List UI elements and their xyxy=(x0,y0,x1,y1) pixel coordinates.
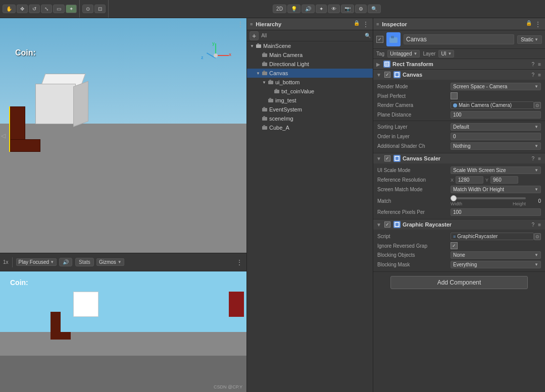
match-slider-track[interactable] xyxy=(451,197,526,199)
match-slider-thumb[interactable] xyxy=(451,195,457,201)
object-name-input[interactable] xyxy=(404,34,514,44)
graphic-raycaster-body: Script ≡ GraphicRaycaster ⊙ Ignore Rever… xyxy=(373,230,545,271)
hand-tool[interactable]: ✋ xyxy=(3,5,16,13)
pixel-perfect-checkbox[interactable] xyxy=(451,92,458,99)
tag-dropdown[interactable]: Untagged ▼ xyxy=(387,50,420,58)
render-mode-arrow: ▼ xyxy=(534,84,538,89)
graphic-raycaster-header[interactable]: ▼ Graphic Raycaster ? ≡ xyxy=(373,219,545,230)
scaler-enabled-checkbox[interactable] xyxy=(384,155,390,161)
blocking-objects-dropdown[interactable]: None ▼ xyxy=(451,251,541,259)
ref-res-y-input[interactable] xyxy=(490,176,518,184)
render-mode-label: Render Mode xyxy=(377,84,451,89)
tree-item-txt-coinvalue[interactable]: txt_coinValue xyxy=(247,87,373,96)
search-toggle[interactable]: 🔍 xyxy=(368,5,381,13)
x-label: X xyxy=(451,178,454,183)
rect-transform-header[interactable]: ▶ Rect Transform ? ≡ xyxy=(373,59,545,69)
sorting-layer-dropdown[interactable]: Default ▼ xyxy=(451,123,541,131)
tree-icon-canvas xyxy=(261,70,268,77)
screen-match-mode-dropdown[interactable]: Match Width Or Height ▼ xyxy=(451,186,541,193)
pivot-toggle[interactable]: ⊙ xyxy=(82,5,93,13)
tree-item-eventsystem[interactable]: EventSystem xyxy=(247,105,373,114)
layer-dropdown[interactable]: UI ▼ xyxy=(438,50,454,58)
static-label: Static xyxy=(521,37,533,42)
additional-shader-dropdown[interactable]: Nothing ▼ xyxy=(451,142,541,150)
object-enabled-checkbox[interactable]: ✓ xyxy=(376,36,383,43)
static-dropdown[interactable]: Static ▼ xyxy=(517,35,542,44)
gizmos-toggle[interactable]: ⚙ xyxy=(355,5,367,13)
play-focused-dropdown[interactable]: Play Focused ▼ xyxy=(16,258,57,266)
rect-settings-button[interactable]: ≡ xyxy=(537,62,542,67)
tree-label-ui-bottom: ui_bottom xyxy=(275,79,300,85)
bottom-bar-more[interactable]: ⋮ xyxy=(235,258,243,266)
stats-button[interactable]: Stats xyxy=(75,258,94,266)
hierarchy-lock-icon[interactable]: 🔒 xyxy=(354,20,360,26)
ignore-reversed-checkbox[interactable] xyxy=(451,242,458,249)
scene-canvas[interactable]: Coin: x y z xyxy=(0,18,246,253)
plane-distance-input[interactable] xyxy=(451,111,541,119)
tag-value: Untagged xyxy=(390,51,412,57)
match-value: 0 xyxy=(526,198,541,204)
render-camera-link[interactable]: ⊙ xyxy=(534,102,541,109)
svg-rect-18 xyxy=(262,126,267,130)
rect-help-button[interactable]: ? xyxy=(531,62,536,67)
tree-item-cube-a[interactable]: Cube_A xyxy=(247,123,373,132)
order-in-layer-row: Order in Layer xyxy=(373,132,545,141)
2d-toggle[interactable]: 2D xyxy=(273,5,286,13)
render-mode-dropdown[interactable]: Screen Space - Camera ▼ xyxy=(451,83,541,90)
light-toggle[interactable]: 💡 xyxy=(287,5,301,13)
scale-tool[interactable]: ⤡ xyxy=(41,5,52,13)
canvas-enabled-checkbox[interactable] xyxy=(384,72,390,78)
hidden-toggle[interactable]: 👁 xyxy=(328,5,340,13)
all-label: All xyxy=(261,33,267,38)
hierarchy-more-button[interactable]: ⋮ xyxy=(362,20,370,28)
effects-toggle[interactable]: ✦ xyxy=(316,5,327,13)
hierarchy-add-button[interactable]: + xyxy=(250,31,259,40)
tree-item-canvas[interactable]: ▼ Canvas xyxy=(247,69,373,78)
move-tool[interactable]: ✥ xyxy=(17,5,28,13)
audio-mute-button[interactable]: 🔊 xyxy=(59,258,72,266)
scene-left-arrow[interactable]: ◁ xyxy=(0,131,7,140)
blocking-mask-row: Blocking Mask Everything ▼ xyxy=(373,260,545,269)
multi-tool[interactable]: ✦ xyxy=(66,5,77,13)
local-toggle[interactable]: ⊡ xyxy=(94,5,106,13)
tree-item-mainscene[interactable]: ▼ MainScene xyxy=(247,41,373,50)
reference-pixels-input[interactable] xyxy=(451,208,541,216)
tree-item-img-test[interactable]: img_test xyxy=(247,96,373,105)
gizmos-dropdown[interactable]: Gizmos ▼ xyxy=(96,258,124,266)
screen-match-mode-value: Match Width Or Height xyxy=(453,187,504,192)
object-header: ✓ Static ▼ xyxy=(373,30,545,49)
script-field: ≡ GraphicRaycaster xyxy=(451,233,534,240)
tree-item-directionallight[interactable]: Directional Light xyxy=(247,60,373,69)
tree-label-sceneimg: sceneImg xyxy=(269,116,293,122)
canvas-section: ▼ Canvas ? ≡ Render Mode Scree xyxy=(373,70,545,153)
ref-res-x-input[interactable] xyxy=(456,176,483,184)
tree-item-maincamera[interactable]: Main Camera xyxy=(247,50,373,60)
blocking-mask-dropdown[interactable]: Everything ▼ xyxy=(451,261,541,268)
canvas-help-button[interactable]: ? xyxy=(531,72,536,78)
svg-rect-13 xyxy=(269,98,271,99)
audio-toggle[interactable]: 🔊 xyxy=(302,5,315,13)
raycaster-help-button[interactable]: ? xyxy=(531,222,536,228)
gizmo-z-label: z xyxy=(201,55,204,60)
ui-scale-mode-dropdown[interactable]: Scale With Screen Size ▼ xyxy=(451,166,541,174)
raycaster-enabled-checkbox[interactable] xyxy=(384,221,390,228)
scaler-settings-button[interactable]: ≡ xyxy=(537,156,542,161)
inspector-lock-icon[interactable]: 🔒 xyxy=(526,20,532,26)
scaler-help-button[interactable]: ? xyxy=(531,156,536,161)
canvas-settings-button[interactable]: ≡ xyxy=(537,72,542,78)
canvas-scaler-header[interactable]: ▼ Canvas Scaler ? ≡ xyxy=(373,153,545,163)
rotate-tool[interactable]: ↺ xyxy=(29,5,40,13)
canvas-component-header[interactable]: ▼ Canvas ? ≡ xyxy=(373,70,545,80)
additional-shader-arrow: ▼ xyxy=(534,144,538,148)
order-in-layer-input[interactable] xyxy=(451,133,541,140)
tree-item-sceneimg[interactable]: sceneImg xyxy=(247,114,373,123)
add-component-button[interactable]: Add Component xyxy=(390,276,528,289)
tree-item-ui-bottom[interactable]: ▼ ui_bottom xyxy=(247,78,373,87)
hierarchy-search-icon[interactable]: 🔍 xyxy=(365,33,371,38)
script-link-button[interactable]: ⊙ xyxy=(534,233,541,240)
camera-toggle[interactable]: 📷 xyxy=(341,5,354,13)
inspector-more-button[interactable]: ⋮ xyxy=(534,20,542,28)
scene-more-button[interactable]: ⋮ xyxy=(236,20,244,28)
raycaster-settings-button[interactable]: ≡ xyxy=(537,222,542,228)
rect-tool[interactable]: ▭ xyxy=(53,5,65,13)
